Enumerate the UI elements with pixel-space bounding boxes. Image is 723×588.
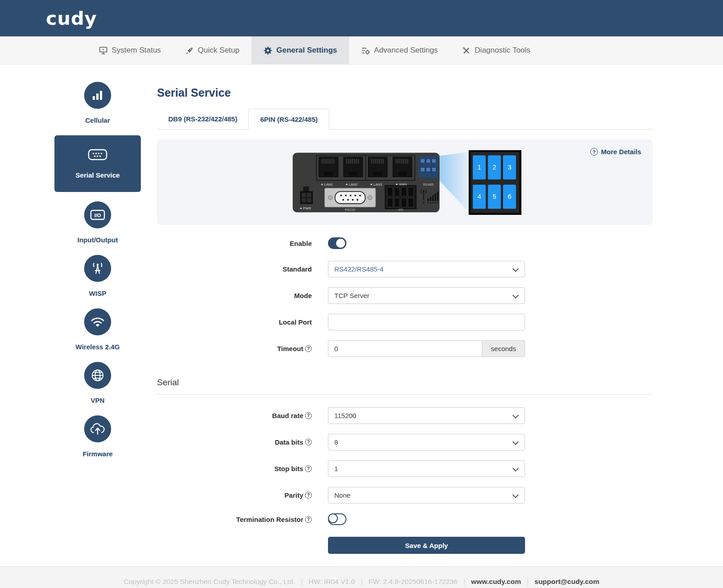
help-icon[interactable]: ?	[305, 465, 312, 472]
signal-bars-icon	[84, 82, 111, 109]
standard-label: Standard	[157, 265, 312, 273]
help-icon[interactable]: ?	[305, 439, 312, 445]
sidebar-item-input-output[interactable]: I/O Input/Output	[77, 201, 118, 244]
io-icon: I/O	[84, 201, 111, 228]
timeout-row: Timeout? seconds	[157, 340, 653, 357]
port-label-rs485: RS485	[423, 183, 433, 187]
nav-diagnostic-tools[interactable]: Diagnostic Tools	[450, 36, 542, 64]
enable-label: Enable	[157, 240, 312, 247]
zoom-beam	[437, 152, 470, 213]
app-header: cudy	[0, 0, 723, 36]
parity-label: Parity?	[157, 491, 312, 499]
sidebar-label: Input/Output	[77, 236, 118, 244]
tab-db9[interactable]: DB9 (RS-232/422/485)	[157, 109, 248, 129]
device-rear-panel-image: LAN1 LAN2 LAN3 WAN RS485	[288, 150, 525, 215]
mode-row: Mode TCP Server	[157, 287, 653, 304]
help-icon[interactable]: ?	[305, 492, 312, 499]
cloud-upload-icon	[84, 415, 111, 442]
wifi-icon	[84, 308, 111, 335]
termination-resistor-toggle[interactable]	[328, 513, 346, 525]
timeout-input[interactable]	[328, 340, 482, 357]
port-label-pwr: PWR	[303, 206, 311, 210]
footer-fw-version: FW: 2.4.8-20250616-172236	[368, 578, 458, 586]
footer-website-link[interactable]: www.cudy.com	[471, 578, 521, 586]
io-block: I/O	[385, 186, 416, 212]
standard-select[interactable]: RS422/RS485-4	[328, 261, 525, 277]
help-icon[interactable]: ?	[305, 345, 312, 352]
sidebar-item-wisp[interactable]: WISP	[84, 255, 111, 297]
more-details-label: More Details	[601, 148, 641, 156]
sidebar-label: VPN	[91, 396, 105, 404]
svg-text:I/O: I/O	[94, 213, 101, 218]
data-bits-label: Data bits?	[157, 438, 312, 446]
help-icon[interactable]: ?	[305, 516, 312, 523]
globe-icon	[84, 362, 111, 389]
enable-toggle[interactable]	[328, 237, 346, 249]
port-label-io: I/O	[398, 208, 403, 212]
mode-label: Mode	[157, 292, 312, 299]
sidebar-label: Wireless 2.4G	[76, 343, 120, 351]
device-panel: ? More Details	[157, 139, 653, 225]
six-pin-diagram: 1 2 3 4 5 6	[470, 151, 520, 214]
more-details-link[interactable]: ? More Details	[590, 148, 641, 156]
enable-row: Enable	[157, 237, 653, 249]
nav-label: Advanced Settings	[374, 46, 438, 55]
local-port-input[interactable]	[328, 314, 525, 330]
sidebar-item-wireless-24g[interactable]: Wireless 2.4G	[76, 308, 120, 351]
nav-system-status[interactable]: System Status	[87, 36, 173, 64]
settings-sidebar: Cellular Serial Service	[44, 65, 152, 469]
mode-select[interactable]: TCP Server	[328, 287, 525, 304]
standard-row: Standard RS422/RS485-4	[157, 261, 653, 277]
pin-1-label: 1	[477, 164, 481, 171]
question-circle-icon: ?	[590, 148, 598, 156]
baud-rate-select[interactable]: 115200	[328, 407, 525, 424]
tab-6pin[interactable]: 6PIN (RS-422/485)	[248, 109, 329, 129]
sidebar-item-vpn[interactable]: VPN	[84, 362, 111, 404]
save-apply-button[interactable]: Save & Apply	[328, 537, 525, 554]
footer-support-email-link[interactable]: support@cudy.com	[534, 578, 599, 586]
nav-label: Quick Setup	[198, 46, 240, 55]
chevron-down-icon-wrap: None	[328, 487, 525, 503]
page-title: Serial Service	[157, 65, 653, 99]
parity-select[interactable]: None	[328, 487, 525, 503]
baud-rate-row: Baud rate? 115200	[157, 407, 653, 424]
termination-resistor-row: Termination Resistor?	[157, 513, 653, 525]
local-port-label: Local Port	[157, 318, 312, 326]
port-label-lan2: LAN2	[349, 183, 357, 187]
sidebar-item-firmware[interactable]: Firmware	[83, 415, 113, 458]
chevron-down-icon-wrap: TCP Server	[328, 287, 525, 304]
sidebar-label: Cellular	[85, 116, 110, 124]
stop-bits-label: Stop bits?	[157, 465, 312, 472]
page-footer: Copyright © 2025 Shenzhen Cudy Technolog…	[0, 566, 723, 588]
stop-bits-row: Stop bits? 1	[157, 460, 653, 477]
sidebar-item-cellular[interactable]: Cellular	[84, 82, 111, 124]
port-label-lan3: LAN3	[373, 183, 382, 187]
baud-rate-label: Baud rate?	[157, 412, 312, 419]
port-label-rs232: RS232	[345, 208, 355, 212]
chevron-down-icon-wrap: RS422/RS485-4	[328, 261, 525, 277]
sliders-icon	[361, 46, 370, 55]
tools-icon	[462, 46, 471, 55]
antenna-icon	[84, 255, 111, 282]
nav-quick-setup[interactable]: Quick Setup	[173, 36, 252, 64]
sidebar-label: WISP	[89, 290, 106, 297]
rocket-icon	[185, 46, 194, 55]
sidebar-label: Firmware	[83, 450, 113, 458]
help-icon[interactable]: ?	[305, 412, 312, 419]
nav-label: Diagnostic Tools	[475, 46, 530, 55]
top-navigation: System Status Quick Setup General Settin…	[0, 36, 723, 65]
sidebar-item-serial-service[interactable]: Serial Service	[54, 135, 141, 192]
serial-port-icon	[88, 149, 108, 162]
local-port-row: Local Port	[157, 314, 653, 330]
footer-hw-version: HW: IR04 V1.0	[309, 578, 355, 586]
pin-4-label: 4	[477, 193, 481, 200]
nav-label: System Status	[112, 46, 161, 55]
nav-general-settings[interactable]: General Settings	[251, 36, 349, 64]
stop-bits-select[interactable]: 1	[328, 460, 525, 477]
data-bits-select[interactable]: 8	[328, 434, 525, 450]
chevron-down-icon-wrap: 1	[328, 460, 525, 477]
port-label-lan1: LAN1	[324, 183, 333, 187]
timeout-label: Timeout?	[157, 345, 312, 352]
nav-advanced-settings[interactable]: Advanced Settings	[349, 36, 450, 64]
monitor-icon	[99, 46, 108, 55]
